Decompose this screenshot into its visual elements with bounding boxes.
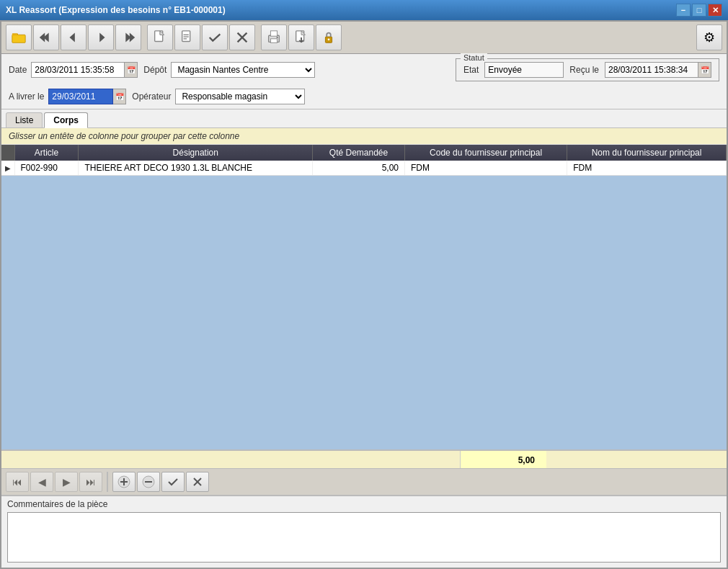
nav-add-record-btn[interactable] xyxy=(112,472,136,492)
content-area: Glisser un entête de colonne pour groupe… xyxy=(1,128,727,468)
comments-label: Commentaires de la pièce xyxy=(7,499,721,509)
nav-separator xyxy=(107,472,108,492)
next-btn[interactable] xyxy=(88,24,114,50)
data-table-wrapper[interactable]: Article Désignation Qté Demandée Code du… xyxy=(1,145,727,449)
a-livrer-calendar-btn[interactable]: 📅 xyxy=(113,89,126,104)
operateur-select[interactable]: Responsable magasin xyxy=(175,89,305,104)
validate-btn[interactable] xyxy=(202,24,228,50)
statut-legend: Statut xyxy=(461,53,487,62)
table-header-row: Article Désignation Qté Demandée Code du… xyxy=(1,145,727,161)
svg-rect-19 xyxy=(270,39,277,43)
row-nom-fournisseur: FDM xyxy=(567,161,727,176)
svg-marker-4 xyxy=(40,33,45,42)
date-field-wrapper: 📅 xyxy=(31,62,138,78)
row-article: F002-990 xyxy=(14,161,79,176)
statut-box: Statut Etat Reçu le 📅 xyxy=(456,58,719,81)
cancel-btn[interactable] xyxy=(229,24,255,50)
a-livrer-row: A livrer le 📅 xyxy=(9,89,126,104)
print-btn[interactable] xyxy=(261,24,287,50)
col-header-article[interactable]: Article xyxy=(14,145,79,161)
back-btn[interactable] xyxy=(33,24,59,50)
date-input[interactable] xyxy=(31,62,125,78)
col-header-indicator xyxy=(1,145,14,161)
recu-le-wrapper: 📅 xyxy=(605,62,711,78)
minimize-button[interactable]: − xyxy=(676,4,691,17)
depot-label: Dépôt xyxy=(143,65,167,75)
col-header-code-fournisseur[interactable]: Code du fournisseur principal xyxy=(405,145,567,161)
date-row: Date 📅 xyxy=(9,62,138,78)
row-indicator: ▶ xyxy=(1,161,14,176)
data-table: Article Désignation Qté Demandée Code du… xyxy=(1,145,727,176)
nav-first-btn[interactable]: ⏮ xyxy=(6,472,29,492)
form-area: Date 📅 Dépôt Magasin Nantes Centre Statu… xyxy=(1,54,727,109)
svg-rect-11 xyxy=(182,31,190,42)
lock-btn[interactable] xyxy=(316,24,342,50)
row-designation: THEIERE ART DECO 1930 1.3L BLANCHE xyxy=(79,161,313,176)
a-livrer-wrapper: 📅 xyxy=(48,89,126,104)
date-calendar-btn[interactable]: 📅 xyxy=(125,62,138,78)
depot-select[interactable]: Magasin Nantes Centre xyxy=(171,62,315,78)
footer-total: 5,00 xyxy=(1,449,727,468)
total-value: 5,00 xyxy=(460,451,546,468)
recu-le-label: Reçu le xyxy=(569,65,599,75)
export-btn[interactable] xyxy=(288,24,314,50)
main-window: ⚙ Date 📅 Dépôt Magasin Nantes Centre Sta… xyxy=(0,20,728,569)
svg-marker-8 xyxy=(130,33,135,42)
recu-le-calendar-btn[interactable]: 📅 xyxy=(698,62,711,78)
comments-textarea[interactable] xyxy=(7,512,721,563)
record-nav: ⏮ ◀ ▶ ⏭ xyxy=(1,468,727,496)
group-banner: Glisser un entête de colonne pour groupe… xyxy=(1,128,727,145)
depot-row: Dépôt Magasin Nantes Centre xyxy=(143,62,315,78)
last-btn[interactable] xyxy=(115,24,141,50)
operateur-row: Opérateur Responsable magasin xyxy=(132,89,305,104)
settings-btn[interactable]: ⚙ xyxy=(696,24,722,50)
close-button[interactable]: ✕ xyxy=(708,4,722,17)
row-code-fournisseur: FDM xyxy=(405,161,567,176)
new-btn[interactable] xyxy=(147,24,173,50)
title-text: XL Reassort (Expression des besoins n° E… xyxy=(6,5,226,15)
nav-next-btn[interactable]: ▶ xyxy=(55,472,78,492)
maximize-button[interactable]: □ xyxy=(692,4,706,17)
row-qte: 5,00 xyxy=(313,161,405,176)
svg-marker-6 xyxy=(99,33,105,42)
etat-label: Etat xyxy=(463,65,479,75)
svg-point-25 xyxy=(328,38,330,40)
date-label: Date xyxy=(9,65,27,75)
svg-marker-5 xyxy=(70,33,75,42)
table-row[interactable]: ▶ F002-990 THEIERE ART DECO 1930 1.3L BL… xyxy=(1,161,727,176)
col-header-designation[interactable]: Désignation xyxy=(79,145,313,161)
col-header-qte[interactable]: Qté Demandée xyxy=(313,145,405,161)
svg-rect-1 xyxy=(12,35,25,42)
comments-section: Commentaires de la pièce xyxy=(1,496,727,568)
col-header-nom-fournisseur[interactable]: Nom du fournisseur principal xyxy=(567,145,727,161)
window-controls: − □ ✕ xyxy=(676,4,722,17)
nav-prev-btn[interactable]: ◀ xyxy=(30,472,53,492)
nav-cancel-record-btn[interactable] xyxy=(186,472,209,492)
tabs-area: Liste Corps xyxy=(1,109,727,128)
main-toolbar: ⚙ xyxy=(1,22,727,54)
svg-point-20 xyxy=(277,37,278,38)
etat-input xyxy=(484,62,564,78)
open-folder-btn[interactable] xyxy=(6,24,32,50)
nav-last-btn[interactable]: ⏭ xyxy=(79,472,102,492)
nav-save-record-btn[interactable] xyxy=(161,472,185,492)
title-bar: XL Reassort (Expression des besoins n° E… xyxy=(0,0,728,20)
svg-rect-18 xyxy=(270,31,277,36)
tab-liste[interactable]: Liste xyxy=(6,112,43,127)
tab-corps[interactable]: Corps xyxy=(44,112,88,128)
nav-remove-record-btn[interactable] xyxy=(137,472,160,492)
prev-btn[interactable] xyxy=(61,24,86,50)
delete-btn[interactable] xyxy=(174,24,200,50)
a-livrer-input[interactable] xyxy=(48,89,113,104)
operateur-label: Opérateur xyxy=(132,91,171,102)
recu-le-input xyxy=(605,62,698,78)
a-livrer-label: A livrer le xyxy=(9,91,44,102)
statut-inner: Etat Reçu le 📅 xyxy=(463,62,711,78)
svg-rect-2 xyxy=(12,34,17,36)
